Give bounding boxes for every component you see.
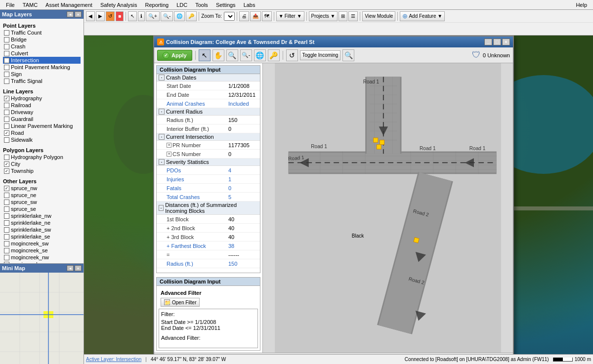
zoom-out-tool[interactable]: 🔍- (161, 11, 173, 21)
layer-railroad-checkbox[interactable] (4, 103, 9, 108)
select-tool[interactable]: ↖ (128, 11, 137, 21)
layer-traffic-count[interactable]: Traffic Count (3, 29, 81, 36)
distances-header[interactable]: - Distances (ft.) of Summarized Incoming… (157, 202, 260, 215)
pr-expand-btn[interactable]: + (167, 143, 171, 148)
layer-railroad[interactable]: Railroad (3, 102, 81, 109)
globe-tool[interactable]: 🌐 (174, 11, 185, 21)
pdos-value[interactable]: 4 (228, 167, 258, 173)
refresh-btn[interactable]: ↺ (106, 11, 115, 21)
zoom-in-tool[interactable]: 🔍+ (146, 11, 160, 21)
layer-hydro-polygon[interactable]: Hydrography Polygon (3, 154, 81, 161)
layer-spruce-se[interactable]: spruce_se (3, 205, 81, 212)
total-crashes-label[interactable]: Total Crashes (167, 194, 228, 200)
info-tool[interactable]: ℹ (138, 11, 145, 21)
layer-culvert[interactable]: Culvert (3, 50, 81, 57)
export-btn[interactable]: 📤 (250, 11, 261, 21)
zoom-to-select[interactable] (224, 12, 235, 21)
farthest-block-label[interactable]: + Farthest Block (167, 243, 228, 249)
layer-spruce-se-checkbox[interactable] (4, 206, 9, 212)
layer-spruce-sw[interactable]: spruce_sw (3, 199, 81, 205)
layer-traffic-count-checkbox[interactable] (4, 30, 9, 36)
pdos-label[interactable]: PDOs (167, 167, 228, 173)
layer-township[interactable]: Township (3, 167, 81, 174)
menu-file[interactable]: File (2, 0, 19, 10)
menu-tools[interactable]: Tools (191, 0, 212, 10)
layer-mogincreek-se-checkbox[interactable] (4, 248, 9, 253)
layer-mogincreek-sw[interactable]: mogincreek_sw (3, 240, 81, 247)
layer-sprinklerlake-se-checkbox[interactable] (4, 234, 9, 240)
layer-traffic-signal[interactable]: Traffic Signal (3, 78, 81, 84)
dialog-restore-btn[interactable]: □ (493, 39, 501, 45)
layer-crash[interactable]: Crash (3, 43, 81, 50)
layer-guardrail-checkbox[interactable] (4, 117, 9, 122)
layer-mogincreek-se[interactable]: mogincreek_se (3, 247, 81, 254)
dist-radius-value[interactable]: 150 (228, 261, 258, 267)
zoom-in-tool-btn[interactable]: 🔍 (226, 49, 238, 61)
injuries-label[interactable]: Injuries (167, 176, 228, 182)
layer-sidewalk-checkbox[interactable] (4, 137, 9, 143)
map-btn[interactable]: 🗺 (262, 11, 272, 21)
zoom-out-tool-btn[interactable]: 🔍- (240, 49, 252, 61)
layer-spruce-sw-checkbox[interactable] (4, 200, 9, 205)
layer-sprinklerlake-sw-checkbox[interactable] (4, 227, 9, 233)
dialog-right-panel[interactable]: Road 1 Road 1 Road 1 Road 1 Road 1 Road … (263, 63, 513, 353)
current-radius-toggle[interactable]: - (159, 109, 165, 115)
mini-map-close-btn[interactable]: × (75, 265, 82, 271)
layer-road[interactable]: Road (3, 129, 81, 136)
identify-tool-btn[interactable]: 🔑 (268, 49, 280, 61)
layer-lpm-checkbox[interactable] (4, 123, 9, 129)
key-tool[interactable]: 🔑 (186, 11, 197, 21)
open-filter-button[interactable]: 📁 Open Filter (161, 298, 200, 307)
menu-help[interactable]: Help (572, 0, 591, 10)
mini-map-canvas[interactable] (0, 273, 84, 364)
filter-btn[interactable]: ▼ Filter ▼ (276, 11, 304, 21)
injuries-value[interactable]: 1 (228, 176, 258, 182)
layer-ppm-checkbox[interactable] (4, 65, 9, 70)
fatals-value[interactable]: 0 (228, 185, 258, 191)
layer-sprinklerlake-se[interactable]: sprinklerlake_se (3, 233, 81, 240)
severity-stats-header[interactable]: - Severity Statistics (157, 159, 260, 166)
current-intersection-toggle[interactable]: - (159, 134, 165, 140)
menu-tamc[interactable]: TAMC (19, 0, 42, 10)
view-module-btn[interactable]: View Module (362, 11, 395, 21)
layer-mogincreek-nw[interactable]: mogincreek_nw (3, 254, 81, 261)
layer-spruce-ne-checkbox[interactable] (4, 193, 9, 198)
distances-toggle[interactable]: - (159, 205, 164, 211)
menu-reporting[interactable]: Reporting (141, 0, 172, 10)
projects-btn[interactable]: Projects ▼ (309, 11, 338, 21)
close-button[interactable]: × (75, 11, 82, 17)
layer-linear-pavement-marking[interactable]: Linear Pavement Marking (3, 122, 81, 129)
apply-button[interactable]: ✓ Apply (157, 50, 192, 61)
cursor-tool-btn[interactable]: ↖ (199, 49, 211, 61)
layer-bridge[interactable]: Bridge (3, 36, 81, 43)
layer-spruce-ne[interactable]: spruce_ne (3, 192, 81, 199)
layer-mogincreek-sw-checkbox[interactable] (4, 241, 9, 246)
animal-crashes-label[interactable]: Animal Crashes (167, 101, 228, 107)
layer-city-checkbox[interactable] (4, 162, 9, 167)
layer-township-checkbox[interactable] (4, 168, 9, 174)
nav-fwd-btn[interactable]: ▶ (96, 11, 105, 21)
layer-hydro-poly-checkbox[interactable] (4, 155, 9, 160)
layer-sidewalk[interactable]: Sidewalk (3, 136, 81, 143)
float-button[interactable]: ◂ (67, 11, 74, 17)
view-icons2[interactable]: ☰ (348, 11, 358, 21)
map-area[interactable]: ⚠ Collision Diagram: College Ave & Towns… (84, 36, 593, 354)
layer-sprinklerlake-nw-checkbox[interactable] (4, 213, 9, 219)
print-btn[interactable]: 🖨 (239, 11, 249, 21)
layer-driveway-checkbox[interactable] (4, 110, 9, 115)
farthest-block-value[interactable]: 38 (228, 243, 258, 249)
cs-expand-btn[interactable]: + (167, 152, 171, 157)
layer-sprinklerlake-nw[interactable]: sprinklerlake_nw (3, 212, 81, 219)
menu-safety-analysis[interactable]: Safety Analysis (96, 0, 141, 10)
fatals-label[interactable]: Fatals (167, 185, 228, 191)
severity-stats-toggle[interactable]: - (159, 159, 165, 165)
layer-intersection[interactable]: Intersection (3, 57, 81, 64)
stop-btn[interactable]: ■ (116, 11, 124, 21)
layer-driveway[interactable]: Driveway (3, 109, 81, 116)
layer-guardrail[interactable]: Guardrail (3, 116, 81, 122)
current-radius-header[interactable]: - Current Radius (157, 108, 260, 116)
layer-spruce-nw-checkbox[interactable] (4, 186, 9, 191)
layer-hydrography[interactable]: Hydrography (3, 95, 81, 102)
extent-tool-btn[interactable]: 🌐 (254, 49, 266, 61)
toggle-incoming-btn[interactable]: Toggle Incoming (300, 50, 341, 60)
